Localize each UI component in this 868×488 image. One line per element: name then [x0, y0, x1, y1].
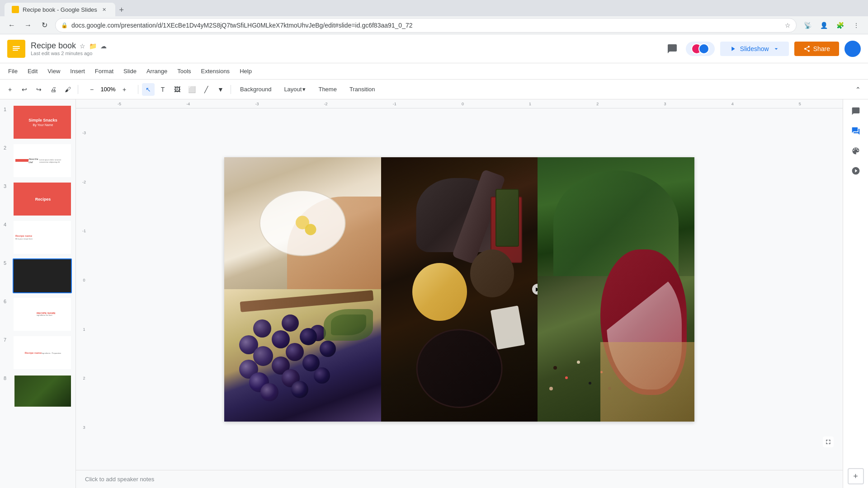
- zoom-in-button[interactable]: +: [118, 83, 131, 96]
- speaker-notes[interactable]: Click to add speaker notes: [76, 470, 843, 488]
- slide-num-4: 4: [4, 220, 10, 227]
- slideshow-button[interactable]: Slideshow: [720, 42, 789, 56]
- image-spices[interactable]: ▶: [381, 157, 538, 422]
- menu-view[interactable]: View: [43, 66, 65, 76]
- menu-edit[interactable]: Edit: [23, 66, 42, 76]
- cursor-tool[interactable]: ↖: [142, 83, 155, 96]
- share-button[interactable]: Share: [794, 42, 839, 56]
- slide-preview-3[interactable]: Recipes: [13, 182, 72, 216]
- address-bar[interactable]: 🔒 docs.google.com/presentation/d/1XEcBe1…: [55, 18, 797, 33]
- notes-placeholder: Click to add speaker notes: [85, 476, 154, 483]
- slide-thumb-3[interactable]: 3 Recipes: [0, 180, 75, 218]
- app-logo: [7, 40, 25, 58]
- paint-format-button[interactable]: 🖌: [61, 83, 74, 96]
- slide-thumb-5[interactable]: 5: [0, 257, 75, 295]
- image-veggies[interactable]: [538, 157, 694, 422]
- slide-preview-8[interactable]: [13, 374, 72, 408]
- more-tools[interactable]: ▼: [214, 83, 227, 96]
- comments-panel-btn[interactable]: [848, 103, 864, 119]
- forward-button[interactable]: →: [21, 18, 35, 33]
- url-text: docs.google.com/presentation/d/1XEcBe1Dv…: [71, 22, 781, 29]
- cast-icon[interactable]: 📡: [800, 18, 815, 33]
- divider-2: [138, 85, 138, 94]
- reload-button[interactable]: ↻: [37, 18, 52, 33]
- expand-button[interactable]: [823, 436, 834, 447]
- slide-num-8: 8: [4, 374, 10, 381]
- comments-icon[interactable]: [664, 41, 680, 57]
- slide-preview-5[interactable]: [13, 258, 72, 293]
- theme-panel-btn[interactable]: [848, 143, 864, 159]
- browser-tab[interactable]: Recipe book - Google Slides ✕: [5, 3, 115, 16]
- image-tool[interactable]: 🖼: [171, 83, 184, 96]
- slide-preview-1[interactable]: Simple Snacks By Your Name: [13, 105, 72, 140]
- slide-num-6: 6: [4, 297, 10, 304]
- cloud-icon[interactable]: ☁: [100, 42, 107, 50]
- layout-button[interactable]: Layout▾: [278, 84, 311, 94]
- menu-file[interactable]: File: [4, 66, 22, 76]
- menu-tools[interactable]: Tools: [173, 66, 195, 76]
- menu-dots-icon[interactable]: ⋮: [849, 18, 863, 33]
- slide-image-3: Recipes: [14, 183, 72, 216]
- slide-thumb-6[interactable]: 6 RECIPE NAME ingredients list here: [0, 295, 75, 333]
- next-slide-arrow[interactable]: ▶: [532, 284, 538, 295]
- image-grapes[interactable]: [224, 289, 381, 422]
- vertical-ruler: -3-2-10123: [80, 108, 89, 452]
- slide-thumb-8[interactable]: 8: [0, 372, 75, 410]
- slide-image-2: About the chef Lorem ipsum dolor sit ame…: [14, 144, 72, 177]
- bookmark-icon[interactable]: ☆: [785, 22, 791, 29]
- new-tab-button[interactable]: +: [115, 4, 128, 16]
- slide-preview-7[interactable]: Recipe name Ingredients Preparation: [13, 335, 72, 370]
- collapse-toolbar-button[interactable]: ⌃: [852, 83, 864, 96]
- transition-button[interactable]: Transition: [344, 84, 381, 94]
- slide-num-7: 7: [4, 335, 10, 343]
- slide-thumb-1[interactable]: 1 Simple Snacks By Your Name: [0, 103, 75, 141]
- slide-image-5: [14, 259, 72, 292]
- folder-icon[interactable]: 📁: [89, 42, 97, 50]
- zoom-control[interactable]: − 100% +: [82, 83, 134, 96]
- undo-button[interactable]: ↩: [18, 83, 31, 96]
- back-button[interactable]: ←: [5, 18, 19, 33]
- menu-help[interactable]: Help: [235, 66, 256, 76]
- right-panel: +: [843, 99, 868, 488]
- slide-image-7: Recipe name Ingredients Preparation: [14, 336, 72, 369]
- text-tool[interactable]: T: [156, 83, 169, 96]
- chat-panel-btn[interactable]: [848, 123, 864, 139]
- slide-thumb-2[interactable]: 2 About the chef Lorem ipsum dolor sit a…: [0, 141, 75, 180]
- menu-extensions[interactable]: Extensions: [197, 66, 235, 76]
- slide-thumb-7[interactable]: 7 Recipe name Ingredients Preparation: [0, 333, 75, 372]
- menu-insert[interactable]: Insert: [66, 66, 90, 76]
- image-bowl[interactable]: [224, 157, 381, 290]
- last-edit-text[interactable]: Last edit was 2 minutes ago: [31, 51, 107, 56]
- transitions-panel-btn[interactable]: [848, 163, 864, 179]
- user-avatar[interactable]: [844, 41, 861, 57]
- slide-preview-2[interactable]: About the chef Lorem ipsum dolor sit ame…: [13, 143, 72, 178]
- slide-thumb-4[interactable]: 4 Recipe name fill in your recipe here: [0, 218, 75, 257]
- slide-preview-6[interactable]: RECIPE NAME ingredients list here: [13, 297, 72, 332]
- svg-rect-2: [13, 48, 20, 49]
- slide-preview-4[interactable]: Recipe name fill in your recipe here: [13, 220, 72, 255]
- menu-arrange[interactable]: Arrange: [142, 66, 172, 76]
- slide-num-1: 1: [4, 105, 10, 112]
- star-icon[interactable]: ☆: [80, 42, 85, 50]
- zoom-out-button[interactable]: −: [85, 83, 98, 96]
- theme-button[interactable]: Theme: [313, 84, 342, 94]
- slide-num-2: 2: [4, 143, 10, 150]
- background-button[interactable]: Background: [235, 84, 277, 94]
- menu-slide[interactable]: Slide: [119, 66, 141, 76]
- toolbar-right: ⌃: [852, 83, 864, 96]
- add-button[interactable]: +: [4, 83, 16, 96]
- extensions-icon[interactable]: 🧩: [833, 18, 847, 33]
- print-button[interactable]: 🖨: [47, 83, 60, 96]
- app-title: Recipe book: [31, 41, 76, 51]
- tab-title: Recipe book - Google Slides: [23, 6, 97, 13]
- account-icon[interactable]: 👤: [816, 18, 831, 33]
- add-panel-btn[interactable]: +: [848, 468, 864, 484]
- slide-canvas[interactable]: ▶: [224, 157, 694, 422]
- shape-tool[interactable]: ⬜: [185, 83, 198, 96]
- line-tool[interactable]: ╱: [200, 83, 212, 96]
- canvas-area[interactable]: -3-2-10123: [76, 108, 843, 470]
- tab-close-btn[interactable]: ✕: [101, 6, 108, 13]
- menu-format[interactable]: Format: [90, 66, 118, 76]
- redo-button[interactable]: ↪: [33, 83, 45, 96]
- share-access-btn[interactable]: [686, 42, 715, 56]
